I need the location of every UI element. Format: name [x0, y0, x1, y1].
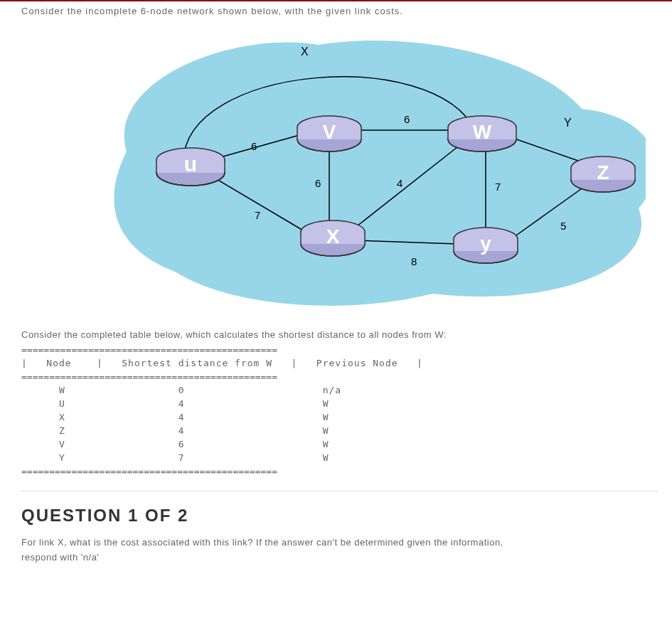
question-heading: QUESTION 1 OF 2	[21, 506, 658, 526]
edge-label-wz: Y	[564, 117, 572, 129]
edge-label-wx: 4	[397, 177, 402, 189]
network-diagram: u V W	[34, 23, 646, 322]
node-v: V	[297, 116, 361, 151]
svg-text:X: X	[326, 225, 339, 247]
edge-label-vw: 6	[404, 113, 410, 125]
edge-label-ux: 7	[255, 209, 260, 221]
intro-text: Consider the incomplete 6-node network s…	[21, 6, 658, 16]
edge-label-wy: 7	[495, 181, 501, 193]
node-z: Z	[571, 156, 635, 192]
table-row: V 6 W	[21, 439, 658, 449]
table-row: X 4 W	[21, 412, 658, 422]
edge-label-vx: 6	[315, 177, 321, 189]
table-row: U 4 W	[21, 398, 658, 409]
svg-text:W: W	[472, 121, 491, 143]
node-u: u	[156, 148, 225, 186]
table-divider-bot: ========================================…	[21, 466, 658, 476]
table-divider-mid: ========================================…	[21, 371, 658, 382]
table-row: W 0 n/a	[21, 385, 658, 395]
table-intro: Consider the completed table below, whic…	[21, 329, 658, 340]
table-header: | Node | Shortest distance from W | Prev…	[21, 358, 658, 368]
table-divider-top: ========================================…	[21, 344, 658, 355]
node-y: y	[454, 228, 518, 263]
table-row: Y 7 W	[21, 452, 658, 463]
edge-label-uv: 6	[251, 140, 257, 152]
separator	[21, 491, 658, 491]
svg-text:Z: Z	[597, 161, 609, 183]
svg-text:y: y	[480, 233, 491, 255]
svg-text:V: V	[322, 121, 336, 143]
edge-label-xy: 8	[411, 255, 417, 267]
svg-text:u: u	[183, 152, 196, 176]
edge-label-yz: 5	[560, 220, 566, 232]
problem-container: Consider the incomplete 6-node network s…	[0, 0, 672, 589]
table-row: Z 4 W	[21, 425, 658, 436]
node-w: W	[448, 116, 516, 151]
node-x: X	[301, 220, 365, 256]
edge-label-uw: X	[301, 46, 309, 58]
question-text: For link X, what is the cost associated …	[21, 536, 519, 565]
table-body: W 0 n/a U 4 W X 4 W Z 4 W V	[21, 385, 658, 463]
